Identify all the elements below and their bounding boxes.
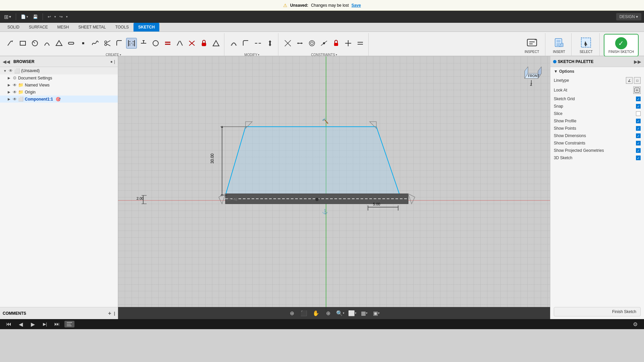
extend-tool-btn[interactable]: [186, 38, 197, 49]
named-views-expander[interactable]: ▶: [7, 83, 11, 87]
nav-first-btn[interactable]: ⏮: [4, 319, 13, 329]
parallel-btn[interactable]: [355, 38, 366, 49]
arc-tool-btn[interactable]: [42, 38, 52, 49]
select-btn[interactable]: SELECT: [576, 35, 596, 55]
save-link[interactable]: Save: [352, 3, 361, 8]
doc-settings-expander[interactable]: ▶: [7, 76, 11, 80]
show-profile-checkbox[interactable]: ✓: [636, 119, 641, 123]
redo-arrow[interactable]: ▾: [65, 14, 69, 20]
undo-btn[interactable]: ↩: [46, 14, 52, 20]
app-menu-btn[interactable]: ⊞ ▾: [3, 13, 12, 21]
insert-btn[interactable]: INSERT: [549, 35, 569, 55]
undo-arrow[interactable]: ▾: [53, 14, 57, 20]
tab-surface[interactable]: SURFACE: [24, 23, 53, 32]
project-btn[interactable]: [240, 38, 251, 49]
concentric-btn[interactable]: [307, 38, 317, 49]
origin-expander[interactable]: ▶: [7, 90, 11, 94]
linetype-btn2[interactable]: □: [634, 77, 641, 84]
tab-tools[interactable]: TOOLS: [111, 23, 133, 32]
root-eye-icon[interactable]: 👁: [9, 68, 13, 73]
slot-tool-btn[interactable]: [66, 38, 76, 49]
tab-solid[interactable]: SOLID: [3, 23, 24, 32]
display-btn[interactable]: ⬜▾: [347, 308, 357, 318]
nav-prev-btn[interactable]: ◀: [16, 319, 25, 329]
root-expander[interactable]: ▼: [3, 69, 7, 73]
new-file-btn[interactable]: 📄 ▾: [19, 14, 30, 20]
component-target-icon[interactable]: 🎯: [56, 97, 61, 102]
tree-named-views[interactable]: ▶ 👁 📁 Named Views: [0, 81, 118, 88]
home-btn[interactable]: ⬛: [299, 308, 309, 318]
orbit-btn[interactable]: ⊕: [323, 308, 333, 318]
add-comment-btn[interactable]: +: [108, 310, 111, 316]
fix-tool-btn[interactable]: [199, 38, 209, 49]
tab-sheet-metal[interactable]: SHEET METAL: [73, 23, 110, 32]
save-btn[interactable]: 💾: [32, 14, 39, 20]
point-tool-btn[interactable]: [78, 38, 89, 49]
linetype-btn1[interactable]: ∠: [626, 77, 633, 84]
slice-checkbox[interactable]: [636, 111, 641, 116]
triangle-tool-btn[interactable]: [211, 38, 221, 49]
tree-origin[interactable]: ▶ 👁 📁 Origin: [0, 88, 118, 96]
snap-btn[interactable]: ⊕: [287, 308, 297, 318]
show-projected-checkbox[interactable]: ✓: [636, 148, 641, 153]
move-copy-btn[interactable]: [265, 38, 275, 49]
tree-doc-settings[interactable]: ▶ ⚙ Document Settings: [0, 74, 118, 81]
nav-next-btn[interactable]: ▶|: [40, 319, 50, 329]
timeline-icon[interactable]: [64, 321, 74, 327]
show-points-checkbox[interactable]: ✓: [636, 126, 641, 131]
origin-eye[interactable]: 👁: [13, 90, 17, 95]
equal-tool-btn[interactable]: [162, 38, 173, 49]
inspect-btn[interactable]: INSPECT: [521, 35, 542, 55]
tab-mesh[interactable]: MESH: [53, 23, 74, 32]
polygon-tool-btn[interactable]: [54, 38, 64, 49]
trim-tool-btn[interactable]: [102, 38, 113, 49]
tab-sketch[interactable]: SKETCH: [133, 23, 159, 32]
canvas-area[interactable]: 30.00 5.00 🔨 ⚓ 2.: [118, 56, 550, 319]
tree-component[interactable]: ▶ 👁 ⬜ Component1:1 🎯: [0, 96, 118, 103]
sketch-grid-checkbox[interactable]: ✓: [636, 97, 641, 101]
design-dropdown[interactable]: DESIGN ▾: [616, 13, 641, 20]
component-eye[interactable]: 👁: [13, 97, 17, 102]
circle-tool-btn[interactable]: [30, 38, 40, 49]
named-views-eye[interactable]: 👁: [13, 83, 17, 87]
horizontal-btn[interactable]: [343, 38, 354, 49]
collinear-btn[interactable]: [294, 38, 305, 49]
circle2-tool-btn[interactable]: [150, 38, 161, 49]
spline-tool-btn[interactable]: [90, 38, 101, 49]
pan-btn[interactable]: ✋: [311, 308, 321, 318]
browser-collapse-btn[interactable]: |: [114, 59, 115, 64]
snap-checkbox[interactable]: ✓: [636, 104, 641, 109]
redo-btn[interactable]: ↪: [58, 14, 64, 20]
browser-back-btn[interactable]: ◀◀: [3, 59, 10, 64]
settings-btn[interactable]: ⚙: [631, 319, 640, 329]
rectangle-tool-btn[interactable]: [17, 38, 28, 49]
offset-btn[interactable]: [228, 38, 239, 49]
lookat-btn[interactable]: [633, 86, 641, 94]
grid-btn[interactable]: ▦▾: [360, 308, 369, 318]
palette-expand-btn[interactable]: ▶▶: [634, 59, 641, 64]
nav-play-btn[interactable]: ▶: [28, 319, 38, 329]
show-dimensions-checkbox[interactable]: ✓: [636, 133, 641, 138]
options-collapse-btn[interactable]: ▼: [554, 69, 558, 74]
nav-last-btn[interactable]: ⏭: [52, 319, 62, 329]
break-btn[interactable]: [253, 38, 263, 49]
comments-collapse-btn[interactable]: |: [114, 311, 115, 316]
line-tool-btn[interactable]: [5, 38, 16, 49]
view-cube[interactable]: Z FRONT: [518, 62, 545, 88]
show-constraints-checkbox[interactable]: ✓: [636, 141, 641, 145]
tree-root-item[interactable]: ▼ 👁 ⬜ (Unsaved): [0, 67, 118, 74]
palette-finish-sketch-btn[interactable]: Finish Sketch: [554, 307, 641, 316]
fillet-tool-btn[interactable]: [114, 38, 125, 49]
coincident-btn[interactable]: [282, 38, 293, 49]
component-expander[interactable]: ▶: [7, 97, 11, 101]
sketch-3d-checkbox[interactable]: ✓: [636, 156, 641, 160]
browser-eye-btn[interactable]: ●: [110, 59, 113, 64]
mirror-tool-btn[interactable]: [174, 38, 185, 49]
project-tool-btn[interactable]: [138, 38, 149, 49]
midpoint-btn[interactable]: [319, 38, 329, 49]
hatch-tool-btn[interactable]: [126, 38, 137, 49]
finish-sketch-btn[interactable]: ✓ FINISH SKETCH: [604, 34, 639, 57]
zoom-btn[interactable]: 🔍▾: [335, 308, 345, 318]
view-btn[interactable]: ▣▾: [372, 308, 381, 318]
fix-btn[interactable]: [331, 38, 341, 49]
